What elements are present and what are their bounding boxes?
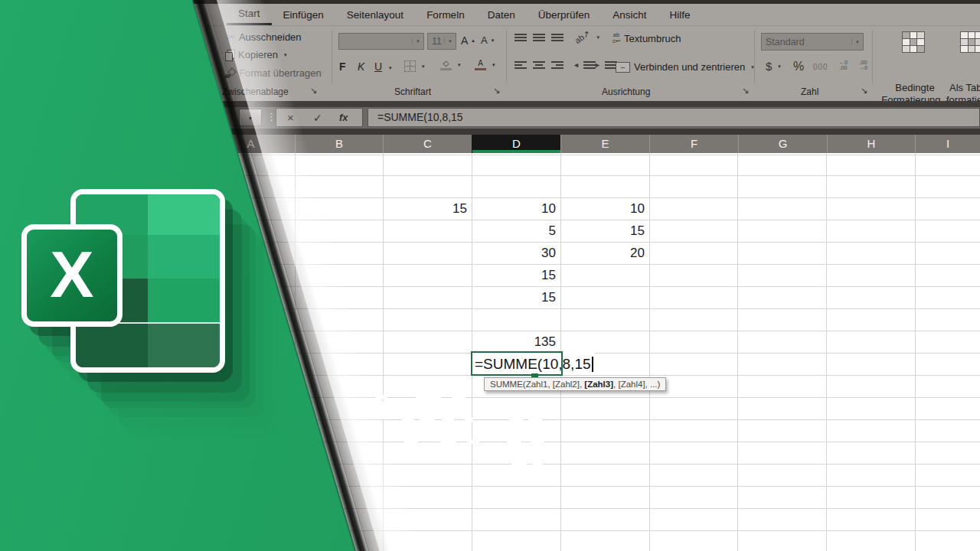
enter-icon[interactable]: ✓ (313, 112, 322, 124)
scissors-icon: ✂ (227, 32, 235, 42)
borders-button[interactable]: ▾ (404, 60, 425, 72)
cell-d-10[interactable]: 10 (472, 197, 560, 220)
group-separator (754, 30, 755, 83)
gridline-gap (532, 461, 543, 466)
font-name-combo[interactable]: ▾ (338, 33, 424, 50)
chevron-down-icon: ▾ (778, 64, 781, 70)
group-separator (506, 30, 507, 83)
borders-icon (404, 60, 416, 72)
font-size-combo[interactable]: 11▾ (427, 33, 456, 50)
cell-e-15[interactable]: 15 (560, 220, 649, 242)
italic-button[interactable]: K (358, 60, 364, 73)
conditional-formatting-button[interactable] (902, 31, 925, 53)
merge-cells-icon: ↔ (616, 62, 630, 73)
tab-hilfe[interactable]: Hilfe (658, 4, 702, 25)
tab-daten[interactable]: Daten (476, 4, 527, 25)
font-color-button[interactable]: A ▾ (475, 60, 495, 70)
name-box-dropdown[interactable]: ▾ (239, 109, 262, 126)
tab-start[interactable]: Start (227, 4, 272, 25)
gridline-gap (381, 401, 384, 419)
chevron-down-icon: ▾ (596, 34, 599, 41)
merge-center-button[interactable]: ↔ Verbinden und zentrieren ▾ (616, 61, 754, 73)
orientation-button[interactable]: ab↗▾ (574, 32, 599, 42)
column-header-h[interactable]: H (827, 135, 915, 153)
wrap-text-icon: ab c↩ (612, 32, 620, 44)
fill-color-button[interactable]: ◇ ▾ (440, 60, 461, 70)
gridline-gap (465, 417, 473, 422)
edit-cell-formula[interactable]: =SUMME(10,8,15 (472, 353, 595, 375)
formula-input[interactable]: =SUMME(10,8,15 (368, 108, 980, 127)
conditional-formatting-label1[interactable]: Bedingte (877, 82, 953, 93)
underline-chevron[interactable]: ▾ (389, 65, 392, 71)
chevron-down-icon: ▾ (492, 62, 495, 68)
increase-indent-button[interactable]: ► (594, 61, 612, 69)
bold-button[interactable]: F (339, 60, 346, 73)
decrease-decimal-button[interactable]: ,00 →0 (859, 60, 867, 70)
group-separator (872, 30, 873, 83)
excel-x-icon: X (21, 224, 122, 327)
decrease-indent-button[interactable]: ◄ (573, 61, 591, 69)
number-format-combo[interactable]: Standard▾ (761, 33, 864, 51)
orientation-icon: ab↗ (573, 28, 592, 46)
align-bottom-button[interactable] (551, 34, 564, 41)
cut-button[interactable]: ✂ Ausschneiden (227, 31, 302, 43)
currency-format-button[interactable]: $▾ (766, 60, 781, 73)
copy-button[interactable]: Kopieren ▾ (225, 49, 287, 60)
align-top-button[interactable] (514, 34, 527, 41)
cell-e-20[interactable]: 20 (560, 242, 649, 264)
cell-e-10[interactable]: 10 (560, 197, 649, 220)
cancel-icon[interactable]: × (287, 111, 294, 124)
tab-ueberpruefen[interactable]: Überprüfen (527, 4, 602, 25)
cell-d-5[interactable]: 5 (472, 220, 560, 242)
insert-function-icon[interactable]: fx (339, 112, 348, 123)
cell-d-15a[interactable]: 15 (472, 264, 560, 286)
clipboard-group-caption: Zwischenablage (222, 86, 289, 97)
chevron-down-icon: ▾ (284, 52, 287, 58)
format-as-table-icon (960, 31, 980, 53)
alignment-dialog-launcher[interactable]: ↘ (742, 86, 749, 95)
gridline-gap (416, 395, 441, 399)
thousands-format-button[interactable]: 000 (813, 63, 828, 71)
cell-d-15b[interactable]: 15 (472, 286, 560, 308)
align-left-button[interactable] (514, 61, 527, 69)
increase-font-size-button[interactable]: A▴ (461, 34, 475, 47)
clipboard-dialog-launcher[interactable]: ↘ (310, 86, 317, 95)
align-middle-button[interactable] (533, 34, 545, 41)
gridline-gap (440, 439, 456, 444)
chevron-down-icon: ▾ (851, 39, 863, 45)
align-center-button[interactable] (533, 61, 545, 69)
number-dialog-launcher[interactable]: ↘ (861, 86, 867, 95)
column-header-d-selected[interactable]: D (472, 135, 560, 153)
tab-einfuegen[interactable]: Einfügen (272, 4, 335, 25)
column-header-i[interactable]: I (915, 135, 980, 153)
cell-d-30[interactable]: 30 (472, 242, 560, 264)
format-painter-button[interactable]: Format übertragen (225, 67, 322, 79)
increase-decimal-button[interactable]: ←0 ,00 (839, 60, 848, 70)
font-group-caption: Schriftart (394, 86, 431, 97)
tab-ansicht[interactable]: Ansicht (601, 4, 658, 25)
decrease-font-size-button[interactable]: A▾ (481, 34, 494, 46)
cell-c-15[interactable]: 15 (383, 197, 472, 220)
format-as-table-button[interactable] (960, 31, 980, 53)
column-header-g[interactable]: G (738, 135, 827, 153)
wrap-text-button[interactable]: ab c↩ Textumbruch (612, 32, 681, 44)
column-header-c[interactable]: C (383, 135, 472, 153)
number-group-caption: Zahl (801, 86, 818, 97)
tab-seitenlayout[interactable]: Seitenlayout (335, 4, 415, 25)
chevron-down-icon: ▾ (458, 62, 461, 68)
percent-format-button[interactable]: % (793, 60, 804, 73)
format-as-table-label1[interactable]: Als Tabelle (949, 82, 980, 93)
chevron-down-icon: ▾ (422, 64, 425, 70)
font-dialog-launcher[interactable]: ↘ (493, 86, 500, 95)
column-header-b[interactable]: B (295, 135, 383, 153)
fill-color-icon: ◇ (440, 60, 452, 70)
column-header-f[interactable]: F (649, 135, 738, 153)
tab-formeln[interactable]: Formeln (415, 4, 476, 25)
underline-button[interactable]: U (374, 60, 382, 73)
column-header-e[interactable]: E (560, 135, 649, 153)
align-right-button[interactable] (551, 61, 564, 69)
copy-icon (225, 50, 234, 60)
paintbrush-icon (225, 68, 235, 78)
cell-d-sum-135[interactable]: 135 (472, 331, 560, 353)
gridline-gap (404, 439, 418, 444)
